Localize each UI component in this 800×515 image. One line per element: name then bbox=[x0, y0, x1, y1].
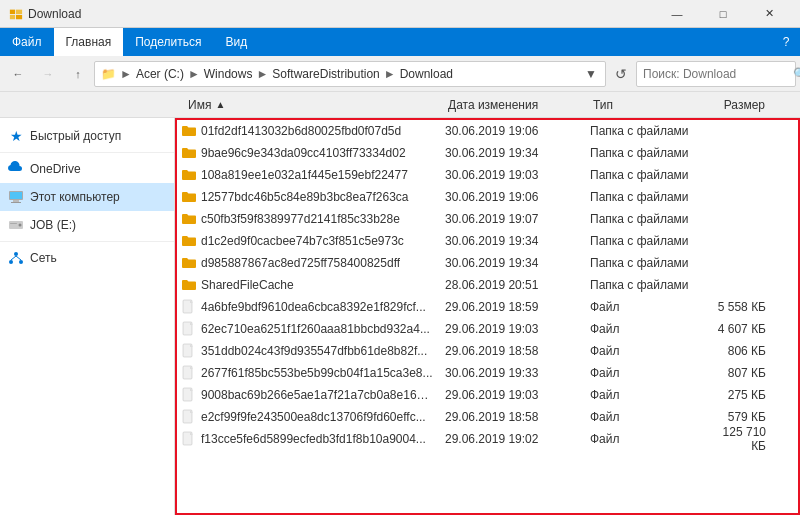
sidebar-item-this-computer[interactable]: Этот компьютер bbox=[0, 183, 174, 211]
address-bar[interactable]: 📁 ► Acer (C:) ► Windows ► SoftwareDistri… bbox=[94, 61, 606, 87]
sidebar-item-quick-access[interactable]: ★ Быстрый доступ bbox=[0, 122, 174, 150]
svg-rect-1 bbox=[16, 9, 22, 13]
tab-share[interactable]: Поделиться bbox=[123, 28, 213, 56]
file-size-cell: 125 710 КБ bbox=[702, 425, 782, 453]
address-part-1: Acer (C:) bbox=[136, 67, 184, 81]
file-name-text: 4a6bfe9bdf9610dea6cbca8392e1f829fcf... bbox=[201, 300, 426, 314]
file-date-cell: 30.06.2019 19:33 bbox=[437, 366, 582, 380]
file-type-cell: Папка с файлами bbox=[582, 124, 702, 138]
file-date-cell: 30.06.2019 19:34 bbox=[437, 234, 582, 248]
table-row[interactable]: 9bae96c9e343da09cc4103ff73334d02 30.06.2… bbox=[177, 142, 798, 164]
help-button[interactable]: ? bbox=[772, 28, 800, 56]
address-dropdown[interactable]: ▼ bbox=[583, 67, 599, 81]
file-name-cell: e2cf99f9fe243500ea8dc13706f9fd60effc... bbox=[177, 409, 437, 425]
file-size-cell: 275 КБ bbox=[702, 388, 782, 402]
ribbon: Файл Главная Поделиться Вид ? bbox=[0, 28, 800, 56]
tab-view[interactable]: Вид bbox=[213, 28, 259, 56]
file-type-cell: Файл bbox=[582, 410, 702, 424]
file-name-cell: 4a6bfe9bdf9610dea6cbca8392e1f829fcf... bbox=[177, 299, 437, 315]
tab-file[interactable]: Файл bbox=[0, 28, 54, 56]
file-type-cell: Файл bbox=[582, 432, 702, 446]
file-name-text: 62ec710ea6251f1f260aaa81bbcbd932a4... bbox=[201, 322, 430, 336]
file-type-cell: Файл bbox=[582, 366, 702, 380]
sidebar-label-job-drive: JOB (E:) bbox=[30, 218, 76, 232]
file-name-text: 01fd2df1413032b6d80025fbd0f07d5d bbox=[201, 124, 401, 138]
file-date-cell: 30.06.2019 19:34 bbox=[437, 146, 582, 160]
file-date-cell: 30.06.2019 19:03 bbox=[437, 168, 582, 182]
file-name-cell: f13cce5fe6d5899ecfedb3fd1f8b10a9004... bbox=[177, 431, 437, 447]
file-icon bbox=[181, 189, 197, 205]
file-name-text: 9008bac69b266e5ae1a7f21a7cb0a8e160... bbox=[201, 388, 433, 402]
minimize-button[interactable]: — bbox=[654, 0, 700, 28]
sidebar-item-network[interactable]: Сеть bbox=[0, 244, 174, 272]
file-size-cell: 806 КБ bbox=[702, 344, 782, 358]
table-row[interactable]: 01fd2df1413032b6d80025fbd0f07d5d 30.06.2… bbox=[177, 120, 798, 142]
table-row[interactable]: 351ddb024c43f9d935547dfbb61de8b82f... 29… bbox=[177, 340, 798, 362]
table-row[interactable]: f13cce5fe6d5899ecfedb3fd1f8b10a9004... 2… bbox=[177, 428, 798, 450]
address-part-2: Windows bbox=[204, 67, 253, 81]
table-row[interactable]: 4a6bfe9bdf9610dea6cbca8392e1f829fcf... 2… bbox=[177, 296, 798, 318]
table-row[interactable]: SharedFileCache 28.06.2019 20:51 Папка с… bbox=[177, 274, 798, 296]
table-row[interactable]: 12577bdc46b5c84e89b3bc8ea7f263ca 30.06.2… bbox=[177, 186, 798, 208]
close-button[interactable]: ✕ bbox=[746, 0, 792, 28]
table-row[interactable]: 9008bac69b266e5ae1a7f21a7cb0a8e160... 29… bbox=[177, 384, 798, 406]
sidebar-item-job-drive[interactable]: JOB (E:) bbox=[0, 211, 174, 239]
forward-button[interactable]: → bbox=[34, 60, 62, 88]
file-icon bbox=[181, 167, 197, 183]
file-list[interactable]: 01fd2df1413032b6d80025fbd0f07d5d 30.06.2… bbox=[175, 118, 800, 515]
address-part-4: Download bbox=[400, 67, 453, 81]
file-name-text: e2cf99f9fe243500ea8dc13706f9fd60effc... bbox=[201, 410, 426, 424]
table-row[interactable]: 62ec710ea6251f1f260aaa81bbcbd932a4... 29… bbox=[177, 318, 798, 340]
address-part-3: SoftwareDistribution bbox=[272, 67, 379, 81]
cloud-icon bbox=[8, 161, 24, 177]
sidebar-label-onedrive: OneDrive bbox=[30, 162, 81, 176]
svg-line-15 bbox=[16, 256, 21, 260]
file-icon bbox=[181, 145, 197, 161]
file-name-text: c50fb3f59f8389977d2141f85c33b28e bbox=[201, 212, 400, 226]
file-name-text: 108a819ee1e032a1f445e159ebf22477 bbox=[201, 168, 408, 182]
table-row[interactable]: 108a819ee1e032a1f445e159ebf22477 30.06.2… bbox=[177, 164, 798, 186]
file-icon bbox=[181, 365, 197, 381]
maximize-button[interactable]: □ bbox=[700, 0, 746, 28]
file-icon bbox=[181, 233, 197, 249]
up-button[interactable]: ↑ bbox=[64, 60, 92, 88]
file-date-cell: 29.06.2019 18:58 bbox=[437, 344, 582, 358]
file-name-cell: 108a819ee1e032a1f445e159ebf22477 bbox=[177, 167, 437, 183]
sidebar-label-this-computer: Этот компьютер bbox=[30, 190, 120, 204]
file-date-cell: 29.06.2019 18:58 bbox=[437, 410, 582, 424]
column-headers: Имя ▲ Дата изменения Тип Размер bbox=[0, 92, 800, 118]
table-row[interactable]: c50fb3f59f8389977d2141f85c33b28e 30.06.2… bbox=[177, 208, 798, 230]
file-name-cell: 2677f61f85bc553be5b99cb04f1a15ca3e8... bbox=[177, 365, 437, 381]
refresh-button[interactable]: ↺ bbox=[608, 61, 634, 87]
file-type-cell: Файл bbox=[582, 322, 702, 336]
file-type-cell: Файл bbox=[582, 388, 702, 402]
tab-home[interactable]: Главная bbox=[54, 28, 124, 56]
table-row[interactable]: d985887867ac8ed725ff758400825dff 30.06.2… bbox=[177, 252, 798, 274]
file-name-cell: 12577bdc46b5c84e89b3bc8ea7f263ca bbox=[177, 189, 437, 205]
search-input[interactable] bbox=[643, 67, 793, 81]
search-icon: 🔍 bbox=[793, 67, 800, 81]
col-header-type[interactable]: Тип bbox=[585, 98, 705, 112]
file-date-cell: 30.06.2019 19:07 bbox=[437, 212, 582, 226]
col-header-size[interactable]: Размер bbox=[705, 98, 785, 112]
file-size-cell: 5 558 КБ bbox=[702, 300, 782, 314]
sidebar-item-onedrive[interactable]: OneDrive bbox=[0, 155, 174, 183]
file-name-text: 351ddb024c43f9d935547dfbb61de8b82f... bbox=[201, 344, 427, 358]
file-icon bbox=[181, 387, 197, 403]
file-date-cell: 29.06.2019 18:59 bbox=[437, 300, 582, 314]
file-name-cell: c50fb3f59f8389977d2141f85c33b28e bbox=[177, 211, 437, 227]
search-box[interactable]: 🔍 bbox=[636, 61, 796, 87]
titlebar: Download — □ ✕ bbox=[0, 0, 800, 28]
file-type-cell: Папка с файлами bbox=[582, 278, 702, 292]
table-row[interactable]: 2677f61f85bc553be5b99cb04f1a15ca3e8... 3… bbox=[177, 362, 798, 384]
col-header-name[interactable]: Имя ▲ bbox=[180, 98, 440, 112]
file-size-cell: 579 КБ bbox=[702, 410, 782, 424]
file-type-cell: Папка с файлами bbox=[582, 212, 702, 226]
file-name-cell: d1c2ed9f0cacbee74b7c3f851c5e973c bbox=[177, 233, 437, 249]
file-name-cell: 9008bac69b266e5ae1a7f21a7cb0a8e160... bbox=[177, 387, 437, 403]
addr-sep-2: ► bbox=[188, 67, 200, 81]
file-name-cell: 351ddb024c43f9d935547dfbb61de8b82f... bbox=[177, 343, 437, 359]
table-row[interactable]: d1c2ed9f0cacbee74b7c3f851c5e973c 30.06.2… bbox=[177, 230, 798, 252]
col-header-date[interactable]: Дата изменения bbox=[440, 98, 585, 112]
back-button[interactable]: ← bbox=[4, 60, 32, 88]
